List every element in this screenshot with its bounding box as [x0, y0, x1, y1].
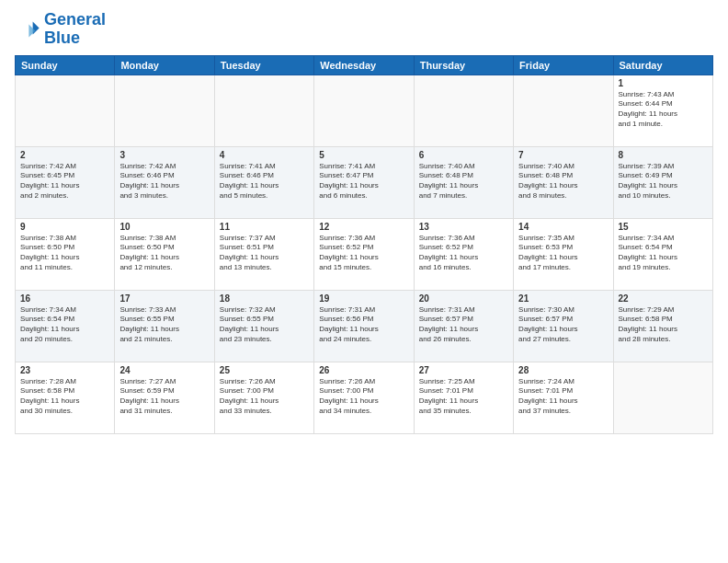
weekday-saturday: Saturday: [613, 55, 712, 75]
day-number: 17: [119, 293, 209, 304]
day-number: 27: [419, 365, 508, 375]
calendar-cell: 27Sunrise: 7:25 AM Sunset: 7:01 PM Dayli…: [414, 362, 513, 433]
day-number: 5: [319, 150, 408, 160]
day-info: Sunrise: 7:33 AM Sunset: 6:55 PM Dayligh…: [119, 305, 209, 345]
weekday-header-row: SundayMondayTuesdayWednesdayThursdayFrid…: [16, 55, 713, 75]
calendar-cell: 17Sunrise: 7:33 AM Sunset: 6:55 PM Dayli…: [115, 290, 214, 362]
calendar-cell: [514, 75, 613, 146]
svg-marker-0: [33, 21, 40, 34]
day-info: Sunrise: 7:43 AM Sunset: 6:44 PM Dayligh…: [619, 90, 708, 130]
calendar-cell: [613, 362, 712, 433]
day-info: Sunrise: 7:34 AM Sunset: 6:54 PM Dayligh…: [20, 305, 109, 345]
day-info: Sunrise: 7:37 AM Sunset: 6:51 PM Dayligh…: [220, 234, 309, 273]
day-info: Sunrise: 7:38 AM Sunset: 6:50 PM Dayligh…: [119, 234, 209, 273]
logo-text2: Blue: [44, 29, 106, 48]
calendar-cell: 16Sunrise: 7:34 AM Sunset: 6:54 PM Dayli…: [16, 290, 115, 362]
calendar-cell: 19Sunrise: 7:31 AM Sunset: 6:56 PM Dayli…: [314, 290, 414, 362]
day-number: 7: [518, 150, 608, 160]
day-info: Sunrise: 7:35 AM Sunset: 6:53 PM Dayligh…: [518, 234, 608, 273]
calendar-cell: 8Sunrise: 7:39 AM Sunset: 6:49 PM Daylig…: [613, 146, 712, 218]
calendar-cell: [214, 75, 313, 146]
calendar-cell: 15Sunrise: 7:34 AM Sunset: 6:54 PM Dayli…: [613, 218, 712, 290]
day-number: 14: [518, 222, 608, 232]
day-info: Sunrise: 7:41 AM Sunset: 6:47 PM Dayligh…: [319, 162, 408, 201]
day-info: Sunrise: 7:42 AM Sunset: 6:45 PM Dayligh…: [20, 162, 109, 201]
day-info: Sunrise: 7:38 AM Sunset: 6:50 PM Dayligh…: [20, 234, 109, 273]
calendar-cell: 4Sunrise: 7:41 AM Sunset: 6:46 PM Daylig…: [214, 146, 313, 218]
calendar-cell: 6Sunrise: 7:40 AM Sunset: 6:48 PM Daylig…: [414, 146, 513, 218]
day-number: 25: [220, 365, 309, 375]
weekday-sunday: Sunday: [16, 55, 115, 75]
week-row-1: 2Sunrise: 7:42 AM Sunset: 6:45 PM Daylig…: [16, 146, 713, 218]
week-row-4: 23Sunrise: 7:28 AM Sunset: 6:58 PM Dayli…: [16, 362, 713, 433]
day-number: 23: [20, 365, 109, 375]
day-number: 18: [220, 293, 309, 304]
calendar-cell: 22Sunrise: 7:29 AM Sunset: 6:58 PM Dayli…: [613, 290, 712, 362]
day-number: 11: [220, 222, 309, 232]
day-info: Sunrise: 7:36 AM Sunset: 6:52 PM Dayligh…: [419, 234, 508, 273]
calendar: SundayMondayTuesdayWednesdayThursdayFrid…: [15, 55, 713, 434]
weekday-monday: Monday: [115, 55, 214, 75]
day-number: 16: [20, 293, 109, 304]
calendar-cell: 23Sunrise: 7:28 AM Sunset: 6:58 PM Dayli…: [16, 362, 115, 433]
calendar-cell: 7Sunrise: 7:40 AM Sunset: 6:48 PM Daylig…: [514, 146, 613, 218]
day-number: 15: [619, 222, 708, 232]
day-number: 24: [119, 365, 209, 375]
logo: General Blue: [15, 11, 106, 48]
header: General Blue: [15, 11, 713, 48]
calendar-cell: 9Sunrise: 7:38 AM Sunset: 6:50 PM Daylig…: [16, 218, 115, 290]
calendar-cell: [414, 75, 513, 146]
day-number: 4: [220, 150, 309, 160]
calendar-cell: 2Sunrise: 7:42 AM Sunset: 6:45 PM Daylig…: [16, 146, 115, 218]
day-info: Sunrise: 7:34 AM Sunset: 6:54 PM Dayligh…: [619, 234, 708, 273]
day-info: Sunrise: 7:39 AM Sunset: 6:49 PM Dayligh…: [619, 162, 708, 201]
day-number: 22: [619, 293, 708, 304]
weekday-wednesday: Wednesday: [314, 55, 414, 75]
weekday-tuesday: Tuesday: [214, 55, 313, 75]
day-info: Sunrise: 7:31 AM Sunset: 6:56 PM Dayligh…: [319, 305, 408, 345]
calendar-cell: 24Sunrise: 7:27 AM Sunset: 6:59 PM Dayli…: [115, 362, 214, 433]
day-info: Sunrise: 7:42 AM Sunset: 6:46 PM Dayligh…: [119, 162, 209, 201]
page: General Blue SundayMondayTuesdayWednesda…: [0, 0, 728, 563]
calendar-cell: [16, 75, 115, 146]
calendar-cell: 18Sunrise: 7:32 AM Sunset: 6:55 PM Dayli…: [214, 290, 313, 362]
day-info: Sunrise: 7:26 AM Sunset: 7:00 PM Dayligh…: [319, 377, 408, 417]
day-number: 9: [20, 222, 109, 232]
day-info: Sunrise: 7:26 AM Sunset: 7:00 PM Dayligh…: [220, 377, 309, 417]
calendar-cell: 10Sunrise: 7:38 AM Sunset: 6:50 PM Dayli…: [115, 218, 214, 290]
day-number: 8: [619, 150, 708, 160]
day-number: 13: [419, 222, 508, 232]
day-number: 10: [119, 222, 209, 232]
day-number: 28: [518, 365, 608, 375]
calendar-cell: 1Sunrise: 7:43 AM Sunset: 6:44 PM Daylig…: [613, 75, 712, 146]
day-info: Sunrise: 7:40 AM Sunset: 6:48 PM Dayligh…: [419, 162, 508, 201]
day-number: 2: [20, 150, 109, 160]
day-info: Sunrise: 7:29 AM Sunset: 6:58 PM Dayligh…: [619, 305, 708, 345]
week-row-0: 1Sunrise: 7:43 AM Sunset: 6:44 PM Daylig…: [16, 75, 713, 146]
calendar-cell: 12Sunrise: 7:36 AM Sunset: 6:52 PM Dayli…: [314, 218, 414, 290]
calendar-cell: 3Sunrise: 7:42 AM Sunset: 6:46 PM Daylig…: [115, 146, 214, 218]
day-info: Sunrise: 7:30 AM Sunset: 6:57 PM Dayligh…: [518, 305, 608, 345]
day-number: 12: [319, 222, 408, 232]
calendar-cell: 28Sunrise: 7:24 AM Sunset: 7:01 PM Dayli…: [514, 362, 613, 433]
day-number: 20: [419, 293, 508, 304]
day-info: Sunrise: 7:24 AM Sunset: 7:01 PM Dayligh…: [518, 377, 608, 417]
calendar-cell: 13Sunrise: 7:36 AM Sunset: 6:52 PM Dayli…: [414, 218, 513, 290]
day-info: Sunrise: 7:31 AM Sunset: 6:57 PM Dayligh…: [419, 305, 508, 345]
day-number: 21: [518, 293, 608, 304]
day-info: Sunrise: 7:28 AM Sunset: 6:58 PM Dayligh…: [20, 377, 109, 417]
calendar-cell: 21Sunrise: 7:30 AM Sunset: 6:57 PM Dayli…: [514, 290, 613, 362]
calendar-cell: [115, 75, 214, 146]
calendar-cell: 5Sunrise: 7:41 AM Sunset: 6:47 PM Daylig…: [314, 146, 414, 218]
day-number: 19: [319, 293, 408, 304]
calendar-cell: 26Sunrise: 7:26 AM Sunset: 7:00 PM Dayli…: [314, 362, 414, 433]
week-row-3: 16Sunrise: 7:34 AM Sunset: 6:54 PM Dayli…: [16, 290, 713, 362]
logo-text: General: [44, 11, 106, 29]
day-number: 26: [319, 365, 408, 375]
day-info: Sunrise: 7:36 AM Sunset: 6:52 PM Dayligh…: [319, 234, 408, 273]
logo-icon: [15, 17, 40, 42]
day-number: 3: [119, 150, 209, 160]
day-info: Sunrise: 7:27 AM Sunset: 6:59 PM Dayligh…: [119, 377, 209, 417]
calendar-cell: 25Sunrise: 7:26 AM Sunset: 7:00 PM Dayli…: [214, 362, 313, 433]
calendar-cell: [314, 75, 414, 146]
